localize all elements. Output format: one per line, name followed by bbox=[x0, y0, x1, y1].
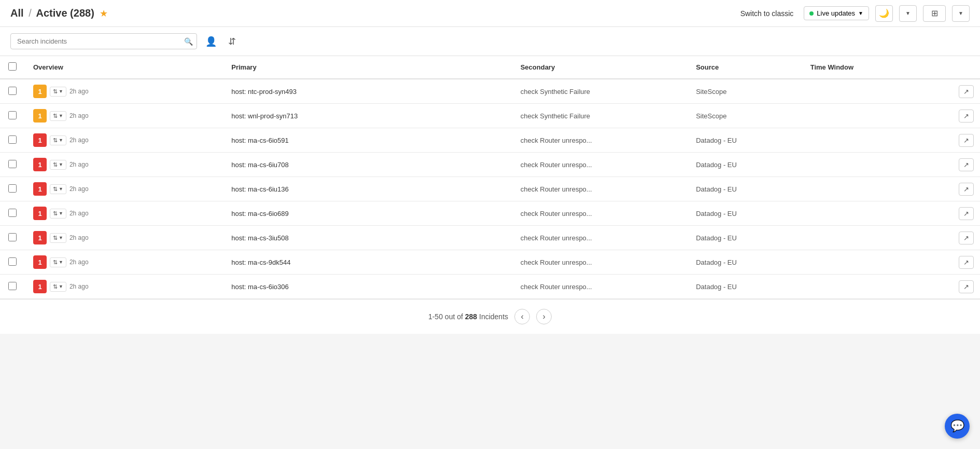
sort-arrows-icon: ⇅ bbox=[53, 235, 58, 241]
assignee-filter-button[interactable]: 👤 bbox=[202, 34, 220, 49]
action-cell: ↗ bbox=[921, 275, 980, 299]
severity-badge: 1 bbox=[33, 85, 47, 98]
layout-toggle-button[interactable]: ⊞ bbox=[923, 5, 946, 22]
overview-cell: 1 ⇅ ▼ 2h ago bbox=[25, 275, 223, 299]
row-checkbox[interactable] bbox=[8, 111, 17, 119]
title-all: All bbox=[10, 7, 24, 19]
table-row: 1 ⇅ ▼ 2h ago host: ntc-prod-syn493 check… bbox=[0, 79, 980, 104]
severity-badge: 1 bbox=[33, 133, 47, 147]
row-checkbox[interactable] bbox=[8, 209, 17, 217]
primary-cell[interactable]: host: ma-cs-6io306 bbox=[223, 275, 512, 299]
row-sort-button[interactable]: ⇅ ▼ bbox=[50, 233, 66, 243]
row-checkbox[interactable] bbox=[8, 257, 17, 266]
row-sort-button[interactable]: ⇅ ▼ bbox=[50, 257, 66, 267]
search-input[interactable] bbox=[10, 33, 197, 49]
sort-arrows-icon: ⇅ bbox=[53, 210, 58, 217]
live-updates-button[interactable]: Live updates ▼ bbox=[804, 6, 869, 20]
share-button[interactable]: ↗ bbox=[959, 85, 974, 98]
switch-classic-button[interactable]: Switch to classic bbox=[736, 7, 798, 20]
time-ago-label: 2h ago bbox=[69, 234, 89, 241]
theme-toggle-button[interactable]: 🌙 bbox=[875, 5, 893, 22]
row-checkbox[interactable] bbox=[8, 87, 17, 95]
select-all-checkbox[interactable] bbox=[8, 62, 17, 71]
primary-cell[interactable]: host: wnl-prod-syn713 bbox=[223, 104, 512, 128]
row-checkbox[interactable] bbox=[8, 282, 17, 290]
share-button[interactable]: ↗ bbox=[959, 280, 974, 293]
table-row: 1 ⇅ ▼ 2h ago host: ma-cs-6io591 check Ro… bbox=[0, 128, 980, 153]
primary-cell[interactable]: host: ma-cs-9dk544 bbox=[223, 250, 512, 275]
sort-chevron-icon: ▼ bbox=[59, 113, 63, 118]
primary-cell[interactable]: host: ma-cs-6io689 bbox=[223, 201, 512, 226]
row-sort-button[interactable]: ⇅ ▼ bbox=[50, 135, 66, 145]
incidents-table-container: Overview Primary Secondary Source Time W… bbox=[0, 56, 980, 299]
sort-chevron-icon: ▼ bbox=[59, 186, 63, 192]
chevron-down-icon: ▼ bbox=[905, 10, 911, 16]
row-checkbox[interactable] bbox=[8, 233, 17, 241]
secondary-column-header: Secondary bbox=[512, 56, 688, 79]
row-checkbox[interactable] bbox=[8, 184, 17, 193]
share-icon: ↗ bbox=[963, 88, 969, 96]
sort-arrows-icon: ⇅ bbox=[53, 186, 58, 193]
share-button[interactable]: ↗ bbox=[959, 110, 974, 123]
share-icon: ↗ bbox=[963, 161, 969, 169]
row-sort-button[interactable]: ⇅ ▼ bbox=[50, 282, 66, 292]
sort-arrows-icon: ⇅ bbox=[53, 88, 58, 95]
row-sort-button[interactable]: ⇅ ▼ bbox=[50, 87, 66, 97]
secondary-cell: check Router unrespo... bbox=[512, 153, 688, 177]
share-button[interactable]: ↗ bbox=[959, 207, 974, 220]
search-icon: 🔍 bbox=[184, 37, 193, 46]
favorite-star-icon[interactable]: ★ bbox=[100, 8, 108, 19]
secondary-cell: check Router unrespo... bbox=[512, 177, 688, 201]
share-button[interactable]: ↗ bbox=[959, 158, 974, 171]
overview-cell: 1 ⇅ ▼ 2h ago bbox=[25, 79, 223, 104]
primary-cell[interactable]: host: ma-cs-6io591 bbox=[223, 128, 512, 153]
primary-cell[interactable]: host: ma-cs-3iu508 bbox=[223, 226, 512, 250]
secondary-cell: check Router unrespo... bbox=[512, 201, 688, 226]
sort-filter-button[interactable]: ⇵ bbox=[225, 34, 239, 49]
primary-cell[interactable]: host: ma-cs-6iu708 bbox=[223, 153, 512, 177]
source-cell: SiteScope bbox=[688, 79, 802, 104]
overview-cell: 1 ⇅ ▼ 2h ago bbox=[25, 226, 223, 250]
sort-icon: ⇵ bbox=[228, 36, 236, 47]
top-bar-right: Switch to classic Live updates ▼ 🌙 ▼ ⊞ ▼ bbox=[736, 5, 970, 22]
share-button[interactable]: ↗ bbox=[959, 134, 974, 147]
severity-badge: 1 bbox=[33, 231, 47, 244]
search-icon-button[interactable]: 🔍 bbox=[184, 37, 193, 46]
sort-arrows-icon: ⇅ bbox=[53, 113, 58, 119]
row-sort-button[interactable]: ⇅ ▼ bbox=[50, 111, 66, 121]
primary-cell[interactable]: host: ntc-prod-syn493 bbox=[223, 79, 512, 104]
moon-icon: 🌙 bbox=[879, 8, 889, 18]
sort-chevron-icon: ▼ bbox=[59, 89, 63, 94]
time-ago-label: 2h ago bbox=[69, 258, 89, 266]
table-row: 1 ⇅ ▼ 2h ago host: ma-cs-6iu708 check Ro… bbox=[0, 153, 980, 177]
share-button[interactable]: ↗ bbox=[959, 232, 974, 244]
row-sort-button[interactable]: ⇅ ▼ bbox=[50, 184, 66, 194]
sort-chevron-icon: ▼ bbox=[59, 235, 63, 240]
severity-badge: 1 bbox=[33, 182, 47, 196]
theme-chevron-button[interactable]: ▼ bbox=[899, 5, 917, 22]
share-button[interactable]: ↗ bbox=[959, 183, 974, 196]
table-row: 1 ⇅ ▼ 2h ago host: ma-cs-6io306 check Ro… bbox=[0, 275, 980, 299]
time-window-cell bbox=[802, 177, 921, 201]
sort-arrows-icon: ⇅ bbox=[53, 259, 58, 266]
row-sort-button[interactable]: ⇅ ▼ bbox=[50, 209, 66, 219]
layout-chevron-button[interactable]: ▼ bbox=[952, 5, 970, 22]
share-icon: ↗ bbox=[963, 112, 969, 120]
action-cell: ↗ bbox=[921, 177, 980, 201]
actions-column-header bbox=[921, 56, 980, 79]
overview-cell: 1 ⇅ ▼ 2h ago bbox=[25, 153, 223, 177]
time-window-column-header: Time Window bbox=[802, 56, 921, 79]
row-checkbox-cell bbox=[0, 104, 25, 128]
row-checkbox[interactable] bbox=[8, 135, 17, 144]
primary-cell[interactable]: host: ma-cs-6iu136 bbox=[223, 177, 512, 201]
row-sort-button[interactable]: ⇅ ▼ bbox=[50, 160, 66, 170]
pagination-next-button[interactable]: › bbox=[536, 309, 552, 324]
overview-cell: 1 ⇅ ▼ 2h ago bbox=[25, 128, 223, 153]
pagination-prev-button[interactable]: ‹ bbox=[514, 309, 530, 324]
row-checkbox[interactable] bbox=[8, 160, 17, 168]
share-button[interactable]: ↗ bbox=[959, 256, 974, 269]
time-ago-label: 2h ago bbox=[69, 210, 89, 217]
source-column-header: Source bbox=[688, 56, 802, 79]
time-window-cell bbox=[802, 79, 921, 104]
live-dot-icon bbox=[809, 11, 814, 16]
